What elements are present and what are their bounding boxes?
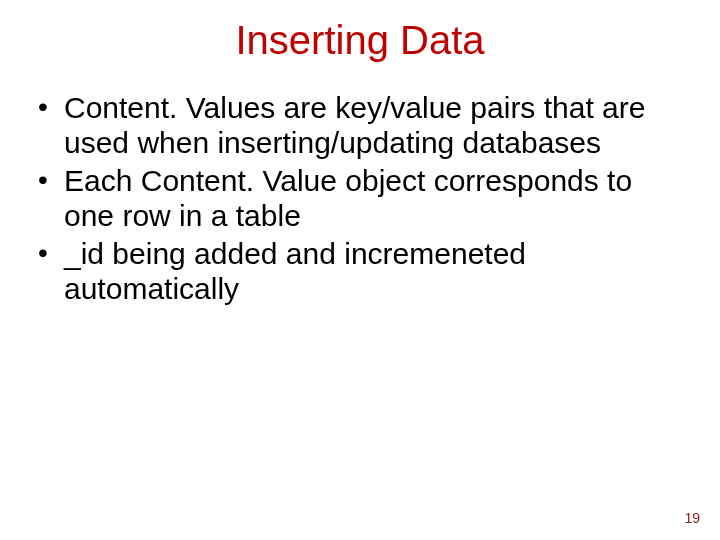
slide-title: Inserting Data [0,18,720,63]
page-number: 19 [684,510,700,526]
bullet-item: Each Content. Value object corresponds t… [34,163,686,234]
slide: Inserting Data Content. Values are key/v… [0,0,720,540]
slide-body: Content. Values are key/value pairs that… [34,90,686,308]
bullet-item: Content. Values are key/value pairs that… [34,90,686,161]
bullet-item: _id being added and incremeneted automat… [34,236,686,307]
bullet-list: Content. Values are key/value pairs that… [34,90,686,306]
